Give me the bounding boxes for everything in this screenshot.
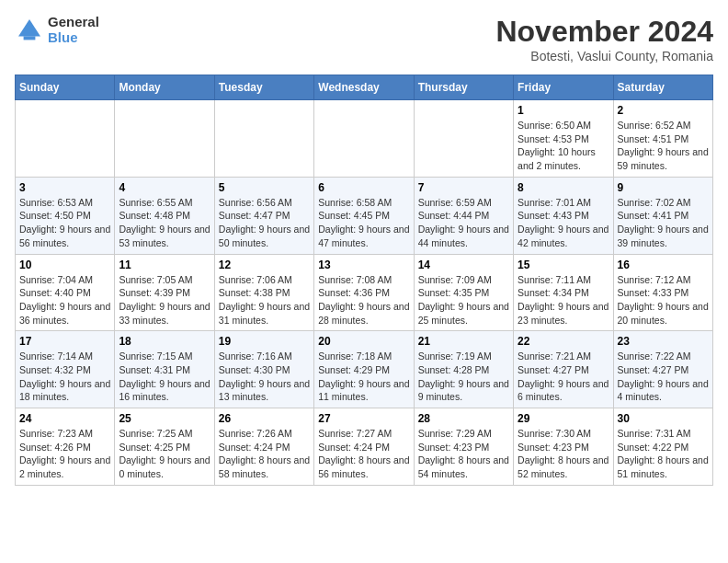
calendar-cell: 11Sunrise: 7:05 AM Sunset: 4:39 PM Dayli… (115, 254, 214, 331)
calendar-cell (214, 100, 313, 178)
calendar-cell: 18Sunrise: 7:15 AM Sunset: 4:31 PM Dayli… (115, 331, 214, 408)
calendar-cell: 26Sunrise: 7:26 AM Sunset: 4:24 PM Dayli… (214, 408, 313, 486)
weekday-header: Tuesday (214, 75, 313, 100)
calendar-cell: 14Sunrise: 7:09 AM Sunset: 4:35 PM Dayli… (414, 254, 513, 331)
day-number: 3 (19, 181, 110, 194)
day-info: Sunrise: 7:26 AM Sunset: 4:24 PM Dayligh… (219, 427, 310, 481)
calendar-cell: 7Sunrise: 6:59 AM Sunset: 4:44 PM Daylig… (414, 177, 513, 254)
day-info: Sunrise: 6:58 AM Sunset: 4:45 PM Dayligh… (318, 196, 409, 250)
calendar-cell: 8Sunrise: 7:01 AM Sunset: 4:43 PM Daylig… (514, 177, 613, 254)
calendar-cell: 17Sunrise: 7:14 AM Sunset: 4:32 PM Dayli… (16, 331, 115, 408)
weekday-header: Monday (115, 75, 214, 100)
calendar-cell: 3Sunrise: 6:53 AM Sunset: 4:50 PM Daylig… (16, 177, 115, 254)
day-info: Sunrise: 7:02 AM Sunset: 4:41 PM Dayligh… (618, 196, 709, 250)
calendar-week-row: 17Sunrise: 7:14 AM Sunset: 4:32 PM Dayli… (16, 331, 713, 408)
calendar-cell: 12Sunrise: 7:06 AM Sunset: 4:38 PM Dayli… (214, 254, 313, 331)
day-info: Sunrise: 7:15 AM Sunset: 4:31 PM Dayligh… (119, 350, 210, 404)
day-number: 8 (518, 181, 609, 194)
day-number: 11 (119, 259, 210, 271)
day-info: Sunrise: 7:11 AM Sunset: 4:34 PM Dayligh… (518, 273, 609, 327)
day-info: Sunrise: 6:52 AM Sunset: 4:51 PM Dayligh… (618, 119, 709, 173)
day-info: Sunrise: 7:29 AM Sunset: 4:23 PM Dayligh… (418, 427, 509, 481)
calendar-cell: 27Sunrise: 7:27 AM Sunset: 4:24 PM Dayli… (314, 408, 414, 486)
day-info: Sunrise: 7:06 AM Sunset: 4:38 PM Dayligh… (219, 273, 310, 327)
day-number: 1 (518, 104, 609, 117)
day-info: Sunrise: 6:55 AM Sunset: 4:48 PM Dayligh… (119, 196, 210, 250)
day-number: 15 (518, 259, 609, 271)
logo-icon (15, 16, 44, 45)
day-number: 4 (119, 181, 210, 194)
day-info: Sunrise: 7:23 AM Sunset: 4:26 PM Dayligh… (19, 427, 110, 481)
day-info: Sunrise: 7:14 AM Sunset: 4:32 PM Dayligh… (19, 350, 110, 404)
day-number: 19 (219, 335, 310, 348)
day-number: 26 (219, 412, 310, 425)
calendar-cell: 10Sunrise: 7:04 AM Sunset: 4:40 PM Dayli… (16, 254, 115, 331)
calendar-cell: 1Sunrise: 6:50 AM Sunset: 4:53 PM Daylig… (514, 100, 613, 178)
day-info: Sunrise: 6:50 AM Sunset: 4:53 PM Dayligh… (518, 119, 609, 173)
calendar-cell: 30Sunrise: 7:31 AM Sunset: 4:22 PM Dayli… (613, 408, 712, 486)
day-number: 14 (418, 259, 509, 271)
calendar-cell: 28Sunrise: 7:29 AM Sunset: 4:23 PM Dayli… (414, 408, 513, 486)
day-info: Sunrise: 7:16 AM Sunset: 4:30 PM Dayligh… (219, 350, 310, 404)
day-number: 6 (318, 181, 409, 194)
day-number: 10 (19, 259, 110, 271)
calendar-cell: 23Sunrise: 7:22 AM Sunset: 4:27 PM Dayli… (613, 331, 712, 408)
calendar-week-row: 10Sunrise: 7:04 AM Sunset: 4:40 PM Dayli… (16, 254, 713, 331)
day-info: Sunrise: 7:21 AM Sunset: 4:27 PM Dayligh… (518, 350, 609, 404)
day-info: Sunrise: 7:25 AM Sunset: 4:25 PM Dayligh… (119, 427, 210, 481)
day-info: Sunrise: 7:05 AM Sunset: 4:39 PM Dayligh… (119, 273, 210, 327)
weekday-header: Friday (514, 75, 613, 100)
day-number: 23 (618, 335, 709, 348)
month-title: November 2024 (495, 15, 713, 49)
day-number: 18 (119, 335, 210, 348)
weekday-header: Sunday (16, 75, 115, 100)
calendar-table: SundayMondayTuesdayWednesdayThursdayFrid… (15, 75, 713, 486)
calendar-cell (16, 100, 115, 178)
day-info: Sunrise: 7:04 AM Sunset: 4:40 PM Dayligh… (19, 273, 110, 327)
day-info: Sunrise: 6:53 AM Sunset: 4:50 PM Dayligh… (19, 196, 110, 250)
weekday-header: Saturday (613, 75, 712, 100)
location-title: Botesti, Vaslui County, Romania (495, 49, 713, 63)
calendar-cell: 22Sunrise: 7:21 AM Sunset: 4:27 PM Dayli… (514, 331, 613, 408)
calendar-week-row: 24Sunrise: 7:23 AM Sunset: 4:26 PM Dayli… (16, 408, 713, 486)
calendar-cell: 2Sunrise: 6:52 AM Sunset: 4:51 PM Daylig… (613, 100, 712, 178)
day-number: 13 (318, 259, 409, 271)
day-number: 25 (119, 412, 210, 425)
calendar-cell: 5Sunrise: 6:56 AM Sunset: 4:47 PM Daylig… (214, 177, 313, 254)
logo: General Blue (15, 15, 99, 45)
day-info: Sunrise: 6:56 AM Sunset: 4:47 PM Dayligh… (219, 196, 310, 250)
day-info: Sunrise: 7:12 AM Sunset: 4:33 PM Dayligh… (618, 273, 709, 327)
day-info: Sunrise: 7:22 AM Sunset: 4:27 PM Dayligh… (618, 350, 709, 404)
day-number: 20 (318, 335, 409, 348)
calendar-cell: 9Sunrise: 7:02 AM Sunset: 4:41 PM Daylig… (613, 177, 712, 254)
calendar-cell: 21Sunrise: 7:19 AM Sunset: 4:28 PM Dayli… (414, 331, 513, 408)
logo-blue: Blue (48, 30, 99, 46)
svg-rect-1 (24, 36, 36, 40)
weekday-header-row: SundayMondayTuesdayWednesdayThursdayFrid… (16, 75, 713, 100)
svg-marker-0 (18, 19, 40, 36)
day-number: 24 (19, 412, 110, 425)
calendar-cell (414, 100, 513, 178)
page-header: General Blue November 2024 Botesti, Vasl… (15, 15, 713, 63)
day-info: Sunrise: 7:19 AM Sunset: 4:28 PM Dayligh… (418, 350, 509, 404)
day-number: 12 (219, 259, 310, 271)
day-number: 16 (618, 259, 709, 271)
day-info: Sunrise: 7:09 AM Sunset: 4:35 PM Dayligh… (418, 273, 509, 327)
calendar-cell: 29Sunrise: 7:30 AM Sunset: 4:23 PM Dayli… (514, 408, 613, 486)
weekday-header: Thursday (414, 75, 513, 100)
day-info: Sunrise: 7:31 AM Sunset: 4:22 PM Dayligh… (618, 427, 709, 481)
day-info: Sunrise: 7:18 AM Sunset: 4:29 PM Dayligh… (318, 350, 409, 404)
day-number: 22 (518, 335, 609, 348)
calendar-cell: 13Sunrise: 7:08 AM Sunset: 4:36 PM Dayli… (314, 254, 414, 331)
day-number: 27 (318, 412, 409, 425)
day-number: 28 (418, 412, 509, 425)
day-number: 2 (618, 104, 709, 117)
logo-general: General (48, 15, 99, 30)
day-number: 29 (518, 412, 609, 425)
logo-text: General Blue (48, 15, 99, 45)
calendar-cell (115, 100, 214, 178)
day-number: 9 (618, 181, 709, 194)
calendar-cell: 24Sunrise: 7:23 AM Sunset: 4:26 PM Dayli… (16, 408, 115, 486)
day-number: 5 (219, 181, 310, 194)
calendar-week-row: 3Sunrise: 6:53 AM Sunset: 4:50 PM Daylig… (16, 177, 713, 254)
